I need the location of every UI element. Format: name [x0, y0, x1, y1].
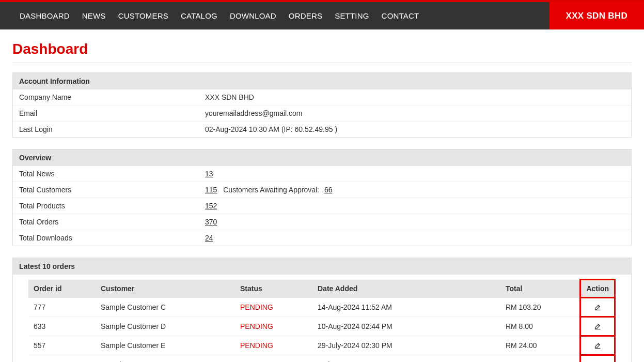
nav-orders[interactable]: ORDERS: [289, 11, 322, 20]
order-date-cell: 10-Aug-2024 02:44 PM: [312, 317, 500, 336]
account-email-value: youremailaddress@gmail.com: [199, 105, 631, 122]
edit-icon[interactable]: [592, 321, 603, 332]
order-action-cell: [580, 298, 615, 317]
table-row: 633Sample Customer DPENDING10-Aug-2024 0…: [28, 317, 615, 336]
overview-products-link[interactable]: 152: [205, 202, 217, 210]
latest-orders-header: Latest 10 orders: [13, 258, 631, 275]
nav-contact[interactable]: CONTACT: [382, 11, 419, 20]
order-status-cell: PENDING: [235, 298, 312, 317]
orders-header-row: Order id Customer Status Date Added Tota…: [28, 280, 615, 298]
page-title: Dashboard: [12, 41, 632, 57]
overview-downloads-label: Total Downloads: [13, 230, 199, 246]
edit-icon[interactable]: [592, 301, 603, 313]
order-status-cell: PENDING: [235, 317, 312, 336]
overview-customers-label: Total Customers: [13, 182, 199, 198]
orders-col-status: Status: [235, 280, 312, 298]
nav-dashboard[interactable]: DASHBOARD: [20, 11, 70, 20]
overview-customers-awaiting-link[interactable]: 66: [324, 186, 333, 194]
account-company-label: Company Name: [13, 89, 199, 105]
overview-table: Total News 13 Total Customers 115 Custom…: [13, 166, 631, 246]
order-id-cell: 777: [28, 298, 96, 317]
order-status-cell: PENDING: [235, 336, 312, 355]
order-status-cell: PENDING: [235, 355, 312, 363]
overview-row-customers: Total Customers 115 Customers Awaiting A…: [13, 182, 631, 198]
account-panel: Account Information Company Name XXX SDN…: [12, 72, 632, 138]
nav-setting[interactable]: SETTING: [335, 11, 369, 20]
table-row: 436Sample Customer FPENDING20-jULY-2024 …: [28, 355, 615, 363]
order-customer-cell: Sample Customer D: [96, 317, 235, 336]
status-badge: PENDING: [240, 360, 273, 363]
nav-catalog[interactable]: CATALOG: [181, 11, 217, 20]
order-customer-cell: Sample Customer E: [96, 336, 235, 355]
overview-orders-link[interactable]: 370: [205, 218, 217, 226]
latest-orders-panel: Latest 10 orders Order id Customer Statu…: [12, 258, 632, 362]
orders-col-dateadded: Date Added: [312, 280, 500, 298]
nav-customers[interactable]: CUSTOMERS: [118, 11, 168, 20]
navbar: DASHBOARD NEWS CUSTOMERS CATALOG DOWNLOA…: [0, 2, 644, 29]
order-date-cell: 14-Aug-2024 11:52 AM: [312, 298, 500, 317]
order-action-cell: [580, 317, 615, 336]
overview-products-label: Total Products: [13, 198, 199, 214]
overview-orders-label: Total Orders: [13, 214, 199, 230]
status-badge: PENDING: [240, 322, 273, 330]
overview-row-orders: Total Orders 370: [13, 214, 631, 230]
account-row-email: Email youremailaddress@gmail.com: [13, 105, 631, 122]
order-customer-cell: Sample Customer F: [96, 355, 235, 363]
page-container: Dashboard Account Information Company Na…: [0, 29, 644, 362]
orders-col-total: Total: [500, 280, 580, 298]
overview-panel-header: Overview: [13, 149, 631, 166]
nav-links: DASHBOARD NEWS CUSTOMERS CATALOG DOWNLOA…: [0, 2, 549, 29]
orders-col-customer: Customer: [96, 280, 235, 298]
table-row: 777Sample Customer CPENDING14-Aug-2024 1…: [28, 298, 615, 317]
account-lastlogin-value: 02-Aug-2024 10:30 AM (IP: 60.52.49.95 ): [199, 122, 631, 138]
order-total-cell: RM 103.20: [500, 298, 580, 317]
order-date-cell: 20-jULY-2024 02:17 PM: [312, 355, 500, 363]
order-total-cell: RM 24.00: [500, 336, 580, 355]
overview-customers-link[interactable]: 115: [205, 186, 217, 194]
orders-col-orderid: Order id: [28, 280, 96, 298]
order-date-cell: 29-July-2024 02:30 PM: [312, 336, 500, 355]
overview-customers-awaiting-text: Customers Awaiting Approval:: [223, 186, 319, 194]
orders-col-action: Action: [580, 280, 615, 298]
orders-table-wrap: Order id Customer Status Date Added Tota…: [13, 275, 631, 362]
order-id-cell: 436: [28, 355, 96, 363]
order-id-cell: 557: [28, 336, 96, 355]
overview-row-products: Total Products 152: [13, 198, 631, 214]
account-panel-header: Account Information: [13, 73, 631, 89]
account-row-lastlogin: Last Login 02-Aug-2024 10:30 AM (IP: 60.…: [13, 122, 631, 138]
status-badge: PENDING: [240, 303, 273, 311]
status-badge: PENDING: [240, 341, 273, 350]
edit-icon[interactable]: [592, 340, 603, 351]
edit-icon[interactable]: [592, 359, 603, 362]
overview-news-link[interactable]: 13: [205, 170, 213, 178]
overview-row-downloads: Total Downloads 24: [13, 230, 631, 246]
account-row-company: Company Name XXX SDN BHD: [13, 89, 631, 105]
account-company-value: XXX SDN BHD: [199, 89, 631, 105]
nav-download[interactable]: DOWNLOAD: [230, 11, 276, 20]
company-badge: XXX SDN BHD: [549, 2, 645, 29]
order-action-cell: [580, 355, 615, 363]
overview-panel: Overview Total News 13 Total Customers 1…: [12, 149, 632, 246]
order-customer-cell: Sample Customer C: [96, 298, 235, 317]
title-divider: [12, 63, 632, 63]
overview-downloads-link[interactable]: 24: [205, 234, 213, 242]
order-action-cell: [580, 336, 615, 355]
orders-table: Order id Customer Status Date Added Tota…: [28, 279, 616, 362]
order-total-cell: RM 8.00: [500, 317, 580, 336]
account-email-label: Email: [13, 105, 199, 122]
table-row: 557Sample Customer EPENDING29-July-2024 …: [28, 336, 615, 355]
nav-news[interactable]: NEWS: [82, 11, 106, 20]
account-lastlogin-label: Last Login: [13, 122, 199, 138]
overview-row-news: Total News 13: [13, 166, 631, 182]
account-table: Company Name XXX SDN BHD Email youremail…: [13, 89, 631, 137]
order-total-cell: RM 8.00: [500, 355, 580, 363]
order-id-cell: 633: [28, 317, 96, 336]
overview-news-label: Total News: [13, 166, 199, 182]
